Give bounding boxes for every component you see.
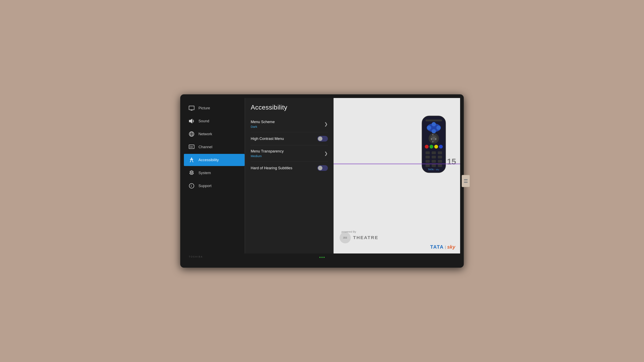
- zee-theatre-text: THEATRE: [353, 235, 378, 240]
- setting-label-hard-of-hearing: Hard of Hearing Subtitles: [251, 166, 292, 170]
- tv-outer: Picture Sound: [180, 94, 464, 268]
- led-dot-2: [322, 257, 322, 258]
- setting-label-group-hard-of-hearing: Hard of Hearing Subtitles: [251, 166, 292, 170]
- setting-right-hard-of-hearing: [317, 165, 328, 171]
- led-indicator: [319, 257, 325, 258]
- svg-rect-3: [189, 120, 190, 122]
- tv-bottom-bar: TOSHIBA: [184, 254, 460, 260]
- sidebar-item-label-support: Support: [198, 184, 212, 188]
- sidebar-item-label-sound: Sound: [198, 119, 209, 123]
- sidebar-item-label-accessibility: Accessibility: [198, 158, 219, 162]
- toshiba-brand: TOSHIBA: [189, 256, 203, 258]
- led-dot-3: [324, 257, 325, 258]
- support-icon: i: [188, 182, 195, 189]
- sidebar-item-label-system: System: [198, 171, 211, 175]
- page-title: Accessibility: [251, 104, 328, 111]
- network-icon: [188, 131, 195, 137]
- zee-theatre-group: ZEE THEATRE: [340, 232, 378, 243]
- sidebar-item-network[interactable]: Network: [184, 128, 245, 140]
- setting-item-hard-of-hearing[interactable]: Hard of Hearing Subtitles: [251, 162, 328, 174]
- chevron-right-icon-menu-transparency: ❯: [324, 151, 328, 156]
- sidebar-item-accessibility[interactable]: Accessibility: [184, 154, 245, 166]
- sky-text: sky: [447, 244, 455, 250]
- svg-point-13: [191, 172, 192, 174]
- setting-label-group-menu-transparency: Menu Transparency Medium: [251, 149, 284, 158]
- sidebar-item-picture[interactable]: Picture: [184, 102, 245, 114]
- channel-number: 15: [447, 157, 456, 166]
- outlet-slot-top: [464, 179, 468, 180]
- setting-label-high-contrast: High Contrast Menu: [251, 136, 284, 141]
- chevron-right-icon-menu-scheme: ❯: [324, 122, 328, 126]
- setting-right-high-contrast: [317, 136, 328, 142]
- tata-text: TATA: [430, 244, 444, 250]
- wall-outlet: [462, 175, 470, 187]
- sidebar-item-system[interactable]: System: [184, 167, 245, 179]
- setting-label-group-high-contrast: High Contrast Menu: [251, 136, 284, 141]
- sidebar-item-sound[interactable]: Sound: [184, 115, 245, 127]
- channel-bar: [334, 164, 460, 164]
- picture-icon: [188, 105, 195, 111]
- sidebar-item-label-network: Network: [198, 132, 212, 136]
- sidebar-item-channel[interactable]: CH Channel: [184, 141, 245, 153]
- svg-marker-4: [190, 119, 192, 124]
- setting-label-group-menu-scheme: Menu Scheme Dark: [251, 120, 275, 128]
- setting-value-menu-scheme: Dark: [251, 125, 275, 128]
- setting-item-high-contrast[interactable]: High Contrast Menu: [251, 132, 328, 145]
- setting-value-menu-transparency: Medium: [251, 154, 284, 158]
- system-icon: [188, 170, 195, 176]
- setting-item-menu-transparency[interactable]: Menu Transparency Medium ❯: [251, 145, 328, 162]
- sidebar-item-support[interactable]: i Support: [184, 180, 245, 192]
- led-dot: [319, 257, 320, 258]
- setting-label-menu-scheme: Menu Scheme: [251, 120, 275, 124]
- outlet-slot-bottom: [464, 182, 468, 183]
- svg-text:i: i: [191, 184, 192, 188]
- svg-rect-0: [189, 106, 194, 110]
- sidebar-item-label-picture: Picture: [198, 106, 210, 110]
- setting-item-menu-scheme[interactable]: Menu Scheme Dark ❯: [251, 116, 328, 132]
- sidebar: Picture Sound: [184, 98, 245, 253]
- toggle-high-contrast[interactable]: [317, 136, 328, 142]
- setting-right-menu-transparency: ❯: [324, 151, 328, 156]
- channel-icon: CH: [188, 144, 195, 150]
- main-content: Accessibility Menu Scheme Dark ❯ High Co…: [245, 98, 333, 253]
- tv-screen: Picture Sound: [184, 98, 460, 253]
- tata-sky-logo: TATA | sky: [430, 244, 455, 250]
- accessibility-icon: [188, 157, 195, 163]
- setting-label-menu-transparency: Menu Transparency: [251, 149, 284, 154]
- preview-area: ▲ ◀ ▶ ▼: [334, 98, 460, 253]
- channel-overlay: 15 powered By ZEE THEATRE TATA | sky: [334, 98, 460, 253]
- toggle-hard-of-hearing[interactable]: [317, 165, 328, 171]
- setting-right-menu-scheme: ❯: [324, 122, 328, 126]
- settings-list: Menu Scheme Dark ❯ High Contrast Menu: [251, 116, 328, 174]
- sidebar-item-label-channel: Channel: [198, 145, 212, 149]
- svg-point-12: [191, 158, 192, 159]
- zee-logo-circle: ZEE: [340, 232, 351, 243]
- sound-icon: [188, 118, 195, 124]
- svg-text:CH: CH: [190, 146, 193, 148]
